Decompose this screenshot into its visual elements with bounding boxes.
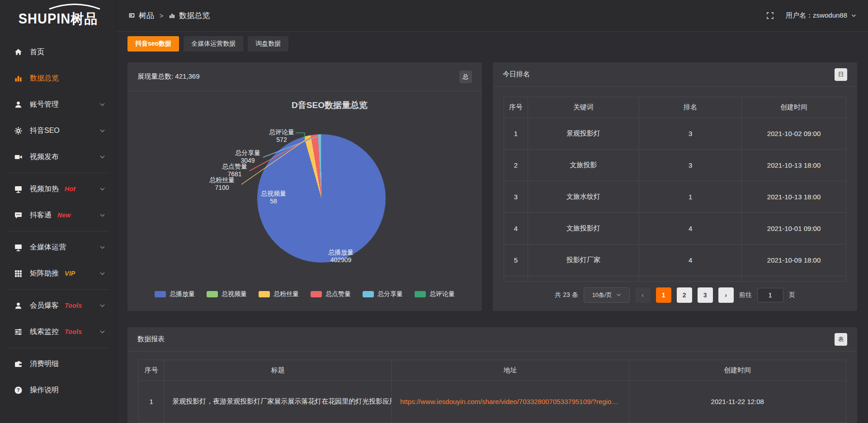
- sidebar-item-label: 会员爆客: [30, 301, 59, 310]
- ranking-panel-header: 今日排名 日: [493, 62, 857, 87]
- sidebar-item-matrix-boost[interactable]: 矩阵助推 VIP: [0, 260, 116, 287]
- fullscreen-icon: [766, 12, 774, 19]
- total-count-label: 共 23 条: [555, 291, 578, 299]
- page-unit-label: 页: [789, 291, 795, 299]
- user-icon: [14, 100, 23, 109]
- ranking-table: 序号 关键词 排名 创建时间 1景观投影灯32021-10-02 09:00 2…: [504, 97, 846, 282]
- video-camera-icon: [14, 152, 23, 161]
- bar-chart-icon: [14, 74, 23, 83]
- sidebar-item-video-heat[interactable]: 视频加热 Hot: [0, 176, 116, 202]
- chart-panel-header: 展现量总数: 421,369 总: [127, 62, 482, 91]
- sidebar-item-douyin-seo[interactable]: 抖音SEO: [0, 118, 116, 144]
- today-ranking-panel: 今日排名 日 序号 关键词 排名 创建时间: [493, 62, 857, 311]
- svg-text:?: ?: [17, 387, 20, 393]
- hot-tag: Hot: [65, 185, 75, 193]
- user-icon: [14, 301, 23, 310]
- sidebar-item-label: 账号管理: [30, 100, 59, 109]
- sidebar-item-member-baoke[interactable]: 会员爆客 Tools: [0, 292, 116, 319]
- breadcrumb-root[interactable]: 树品: [128, 10, 154, 21]
- pie-label: 总视频量58: [253, 190, 294, 205]
- legend-swatch: [415, 291, 426, 297]
- sidebar-item-home[interactable]: 首页: [0, 39, 116, 65]
- wallet-icon: [14, 359, 23, 368]
- total-badge-button[interactable]: 总: [459, 70, 472, 83]
- legend-item[interactable]: 总播放量: [155, 290, 195, 298]
- chevron-down-icon: [851, 14, 856, 18]
- new-tag: New: [57, 212, 71, 219]
- next-page-button[interactable]: ›: [718, 287, 734, 303]
- grid-icon: [14, 269, 23, 278]
- chevron-down-icon: [99, 272, 105, 276]
- legend-swatch: [363, 291, 374, 297]
- table-badge-button[interactable]: 表: [835, 333, 847, 346]
- breadcrumb-label: 树品: [139, 10, 154, 21]
- sidebar-item-label: 全媒体运营: [30, 243, 66, 252]
- fullscreen-button[interactable]: [766, 12, 774, 19]
- sidebar: SHUPIN树品 首页 数据总览 账号管理 抖音SEO 视频发布 视频加热 Ho…: [0, 0, 117, 423]
- sidebar-item-label: 视频加热: [30, 184, 59, 194]
- bar-chart-icon: [169, 12, 175, 19]
- logo[interactable]: SHUPIN树品: [0, 0, 116, 39]
- legend-item[interactable]: 总点赞量: [311, 290, 351, 298]
- tab-media-operation-data[interactable]: 全媒体运营数据: [184, 36, 243, 52]
- sidebar-divider: [7, 289, 109, 290]
- table-row: 5投影灯厂家42021-10-09 18:00: [504, 244, 846, 276]
- col-title: 标题: [164, 360, 392, 381]
- chat-icon: [14, 211, 23, 220]
- topbar: 树品 > 数据总览 用户名：zswodun88: [117, 0, 868, 32]
- chevron-down-icon: [99, 129, 105, 133]
- sidebar-item-data-overview[interactable]: 数据总览: [0, 65, 116, 91]
- chart-panel: 展现量总数: 421,369 总 D音SEO数据量总览 总评论量572 总分享: [127, 62, 482, 311]
- sidebar-item-label: 线索监控: [30, 327, 59, 337]
- col-url: 地址: [392, 360, 629, 381]
- table-row: 1景观投影灯32021-10-02 09:00: [504, 118, 846, 150]
- chevron-down-icon: [99, 245, 105, 249]
- col-created-time: 创建时间: [629, 360, 846, 381]
- user-menu[interactable]: 用户名：zswodun88: [786, 11, 856, 20]
- page-button-3[interactable]: 3: [698, 287, 713, 303]
- pagination: 共 23 条 10条/页 ‹ 1 2 3 › 前往 页: [504, 287, 846, 303]
- legend-item[interactable]: 总评论量: [415, 290, 455, 298]
- tab-inquiry-data[interactable]: 询盘数据: [248, 36, 288, 52]
- monitor-icon: [14, 184, 23, 193]
- question-icon: ?: [14, 385, 23, 395]
- monitor-icon: [14, 243, 23, 252]
- sidebar-item-label: 数据总览: [30, 74, 59, 83]
- legend-swatch: [311, 291, 322, 297]
- page-button-2[interactable]: 2: [677, 287, 692, 303]
- legend-swatch: [259, 291, 270, 297]
- chevron-down-icon: [99, 304, 105, 308]
- video-link[interactable]: https://www.iesdouyin.com/share/video/70…: [400, 398, 618, 405]
- sidebar-item-video-publish[interactable]: 视频发布: [0, 144, 116, 170]
- vip-tag: VIP: [65, 270, 75, 277]
- legend-item[interactable]: 总粉丝量: [259, 290, 299, 298]
- video-title: 景观投影灯，夜游景观投影灯厂家展示展示落花灯在花园里的灯光投影应用效果 #: [164, 381, 392, 423]
- page-size-select[interactable]: 10条/页: [584, 287, 630, 303]
- col-keyword: 关键词: [528, 97, 639, 118]
- goto-page-input[interactable]: [757, 288, 783, 302]
- sidebar-item-label: 抖音SEO: [30, 126, 60, 136]
- report-panel-header: 数据报表 表: [127, 327, 857, 352]
- sidebar-item-label: 首页: [30, 47, 44, 57]
- sidebar-item-media-operation[interactable]: 全媒体运营: [0, 234, 116, 260]
- sidebar-item-consumption-detail[interactable]: 消费明细: [0, 351, 116, 377]
- col-index: 序号: [139, 360, 164, 381]
- day-badge-button[interactable]: 日: [835, 68, 847, 81]
- logo-text: SHUPIN树品: [19, 10, 98, 29]
- chevron-down-icon: [99, 103, 105, 107]
- sidebar-item-account[interactable]: 账号管理: [0, 91, 116, 118]
- legend-item[interactable]: 总视频量: [207, 290, 247, 298]
- sidebar-divider: [7, 231, 109, 231]
- breadcrumb-current[interactable]: 数据总览: [169, 10, 210, 21]
- legend-item[interactable]: 总分享量: [363, 290, 403, 298]
- chevron-down-icon: [99, 213, 105, 217]
- table-row: 1 景观投影灯，夜游景观投影灯厂家展示展示落花灯在花园里的灯光投影应用效果 # …: [139, 381, 846, 423]
- page-button-1[interactable]: 1: [656, 287, 671, 303]
- tab-douyin-seo-data[interactable]: 抖音seo数据: [127, 36, 179, 52]
- sidebar-item-instructions[interactable]: ? 操作说明: [0, 377, 116, 403]
- sidebar-item-doukotong[interactable]: 抖客通 New: [0, 202, 116, 228]
- chevron-down-icon: [99, 187, 105, 191]
- prev-page-button[interactable]: ‹: [635, 287, 651, 303]
- sidebar-item-clue-monitor[interactable]: 线索监控 Tools: [0, 319, 116, 345]
- report-panel-title: 数据报表: [137, 335, 165, 343]
